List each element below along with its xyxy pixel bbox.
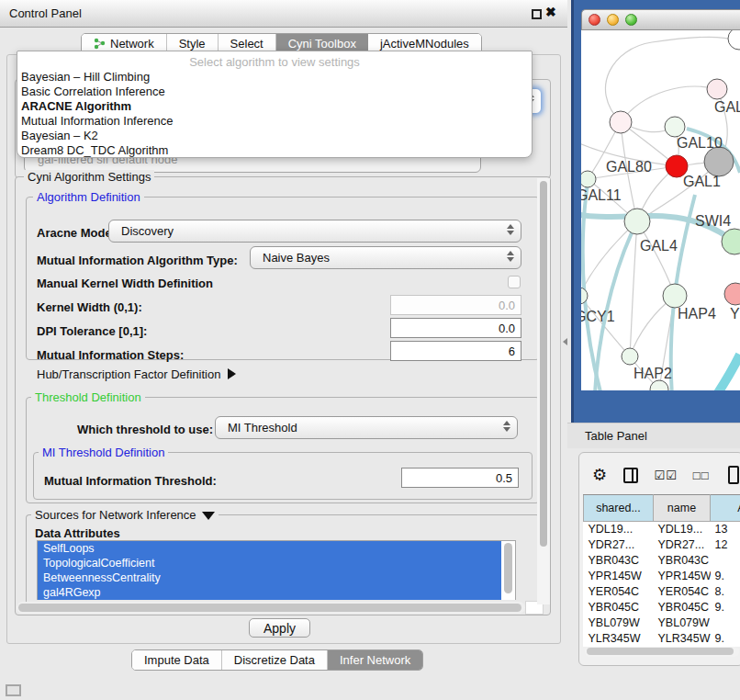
dropdown-item-bayesian-hill-climbing[interactable]: Bayesian – Hill Climbing	[17, 70, 532, 85]
table-row[interactable]: YPR145WYPR145W9.	[584, 569, 740, 584]
node-label: Y	[730, 306, 740, 322]
cell: 9.	[711, 631, 740, 647]
column-header-partial[interactable]: A	[711, 495, 740, 522]
tab-cyni-toolbox-label: Cyni Toolbox	[288, 37, 356, 51]
expander-right-arrow-icon	[228, 368, 236, 379]
splitter-collapse-icon[interactable]	[563, 338, 567, 345]
close-icon[interactable]: ✖	[545, 5, 556, 19]
hub-definition-expander[interactable]: Hub/Transcription Factor Definition	[37, 367, 236, 381]
scrollbar-thumb[interactable]	[587, 648, 734, 655]
list-item[interactable]: gal4RGexp	[38, 585, 515, 600]
cell: YBL079W	[654, 615, 711, 631]
table-row[interactable]: YLR345WYLR345W9.	[584, 631, 740, 647]
node-label: SWI4	[695, 213, 731, 229]
float-window-icon[interactable]	[532, 9, 542, 19]
dropdown-item-aracne[interactable]: ARACNE Algorithm	[17, 99, 532, 114]
close-traffic-light-icon[interactable]	[589, 14, 600, 26]
list-item[interactable]: TopologicalCoefficient	[38, 556, 515, 570]
settings-horizontal-scrollbar[interactable]	[17, 602, 525, 614]
cell: YBR043C	[654, 553, 711, 569]
cell: 8.	[711, 584, 740, 600]
node-table[interactable]: shared... name A YDL19...YDL19...13 YDR2…	[583, 494, 740, 647]
which-threshold-value: MI Threshold	[228, 421, 297, 435]
gear-icon[interactable]: ⚙	[592, 465, 607, 485]
mi-algorithm-type-value: Naive Bayes	[263, 251, 330, 265]
cyni-settings-group-label: Cyni Algorithm Settings	[24, 170, 154, 184]
network-window-titlebar[interactable]	[581, 9, 740, 30]
node-label: HAP4	[678, 306, 716, 322]
aracne-mode-combo[interactable]: Discovery	[108, 220, 521, 243]
column-header-name[interactable]: name	[654, 495, 711, 522]
node-label: GAL80	[606, 159, 652, 175]
column-header-shared-name[interactable]: shared...	[584, 495, 654, 522]
data-attributes-list[interactable]: SelfLoops TopologicalCoefficient Between…	[37, 540, 516, 600]
cell: YLR345W	[654, 631, 711, 647]
scrollbar-thumb[interactable]	[18, 604, 521, 612]
unchecked-checkboxes-icon[interactable]: □□	[693, 469, 710, 482]
application-root: Control Panel ✖ Network Style Select Cyn…	[0, 0, 740, 700]
hub-definition-label: Hub/Transcription Factor Definition	[37, 367, 220, 381]
dropdown-item-bayesian-k2[interactable]: Bayesian – K2	[17, 129, 532, 143]
dpi-tolerance-label: DPI Tolerance [0,1]:	[37, 324, 147, 338]
which-threshold-combo[interactable]: MI Threshold	[215, 416, 518, 439]
node-label: GAL1	[683, 174, 721, 189]
table-panel-title: Table Panel	[585, 429, 647, 443]
list-vertical-scrollbar[interactable]	[501, 541, 515, 600]
threshold-definition-label: Threshold Definition	[31, 390, 145, 404]
dropdown-item-dream8[interactable]: Dream8 DC_TDC Algorithm	[17, 143, 532, 158]
scrollbar-thumb[interactable]	[540, 181, 547, 547]
minimized-panel-icon[interactable]	[6, 684, 21, 696]
cell: YDR27...	[654, 537, 711, 553]
manual-kernel-width-checkbox[interactable]	[508, 276, 521, 288]
scrollbar-thumb[interactable]	[504, 543, 512, 593]
list-item[interactable]: SelfLoops	[38, 541, 515, 556]
table-row[interactable]: YDR27...YDR27...12	[584, 537, 740, 553]
checked-checkboxes-icon[interactable]: ☑☑	[654, 469, 677, 482]
algorithm-definition-label: Algorithm Definition	[33, 190, 144, 204]
columns-icon[interactable]	[623, 468, 638, 483]
tab-discretize-data[interactable]: Discretize Data	[222, 650, 328, 670]
dpi-tolerance-field[interactable]: 0.0	[390, 318, 521, 338]
tab-infer-network-label: Infer Network	[340, 653, 410, 667]
minimize-traffic-light-icon[interactable]	[607, 14, 619, 26]
sources-group-label[interactable]: Sources for Network Inference	[31, 508, 219, 522]
dropdown-item-mutual-information[interactable]: Mutual Information Inference	[17, 114, 532, 129]
tab-jactivemnodules-label: jActiveMNodules	[380, 37, 469, 51]
cell: YPR145W	[584, 569, 654, 584]
table-row[interactable]: YER054CYER054C8.	[584, 584, 740, 600]
table-horizontal-scrollbar[interactable]	[585, 647, 739, 657]
mi-threshold-label: Mutual Information Threshold:	[44, 474, 217, 488]
manual-kernel-width-label: Manual Kernel Width Definition	[37, 277, 213, 290]
kernel-width-field[interactable]: 0.0	[390, 295, 521, 315]
tab-infer-network[interactable]: Infer Network	[328, 650, 422, 670]
algorithm-dropdown-popup: Select algorithm to view settings Bayesi…	[17, 51, 533, 158]
aracne-mode-value: Discovery	[121, 224, 174, 238]
table-row[interactable]: YDL19...YDL19...13	[584, 522, 740, 537]
settings-vertical-scrollbar[interactable]	[537, 178, 550, 604]
zoom-traffic-light-icon[interactable]	[625, 14, 637, 26]
table-row[interactable]: YBR043CYBR043C	[584, 553, 740, 569]
mi-algorithm-type-label: Mutual Information Algorithm Type:	[37, 254, 238, 267]
apply-button[interactable]: Apply	[249, 618, 310, 638]
network-tab-icon	[94, 38, 106, 50]
dropdown-item-basic-correlation[interactable]: Basic Correlation Inference	[17, 85, 532, 99]
cell: YPR145W	[654, 569, 711, 584]
mi-threshold-field[interactable]: 0.5	[401, 468, 519, 488]
mi-steps-field[interactable]: 6	[390, 341, 521, 361]
mi-algorithm-type-combo[interactable]: Naive Bayes	[250, 246, 521, 269]
cell: YDL19...	[584, 522, 654, 537]
tab-impute-data[interactable]: Impute Data	[132, 650, 222, 670]
document-icon[interactable]	[728, 466, 739, 484]
node-label: GAL4	[640, 238, 678, 254]
network-view-canvas[interactable]: GAL GAL80 GAL10 GAL1 GAL11 GAL4 SWI4 GCY…	[581, 30, 740, 390]
tab-style-label: Style	[179, 37, 206, 51]
node-label: GCY1	[581, 309, 615, 324]
list-item[interactable]: BetweennessCentrality	[38, 570, 515, 585]
cell: YBR043C	[584, 553, 654, 569]
control-panel-titlebar	[0, 0, 567, 28]
table-row[interactable]: YBR045CYBR045C9.	[584, 600, 740, 615]
mi-steps-label: Mutual Information Steps:	[37, 348, 184, 362]
cell: 9.	[711, 569, 740, 584]
table-panel-body: ⚙ ☑☑ □□ shared... name A YDL19...YDL19..…	[578, 452, 740, 666]
table-row[interactable]: YBL079WYBL079W	[584, 615, 740, 631]
